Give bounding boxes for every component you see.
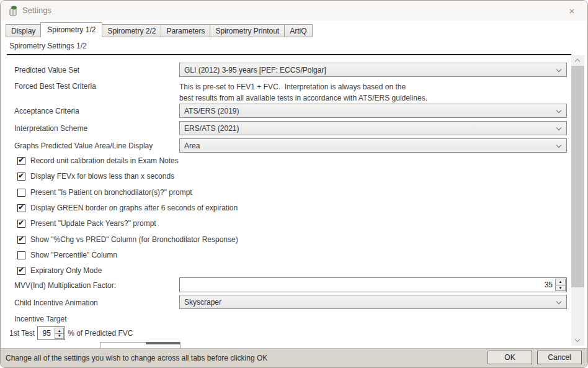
- child-incentive-select[interactable]: Skyscraper: [179, 295, 567, 309]
- checkbox-label: Present "Is Patient on bronchodilator(s)…: [30, 188, 192, 197]
- tab-artiq[interactable]: ArtiQ: [284, 24, 312, 37]
- ok-button[interactable]: OK: [488, 351, 532, 364]
- first-test-suffix: % of Predicted FVC: [68, 329, 133, 338]
- forced-best-test-note-line1: This is pre-set to FEV1 + FVC. Interpret…: [179, 81, 406, 92]
- chevron-down-icon: [556, 125, 561, 130]
- tab-spirometry-2-2[interactable]: Spirometry 2/2: [102, 24, 161, 37]
- predicted-value-set-value: GLI (2012) 3-95 years [PEF: ECCS/Polgar]: [184, 66, 326, 74]
- tab-content-spirometry-1-2: Spirometry Settings 1/2 Predicted Value …: [1, 38, 587, 349]
- predicted-value-set-select[interactable]: GLI (2012) 3-95 years [PEF: ECCS/Polgar]: [179, 63, 567, 77]
- percentile-column-checkbox[interactable]: [17, 251, 25, 259]
- display-fevx-checkbox[interactable]: [17, 173, 25, 181]
- settings-dialog: Settings × Display Spirometry 1/2 Spirom…: [0, 0, 588, 368]
- section-title: Spirometry Settings 1/2: [9, 42, 87, 50]
- forced-best-test-label: Forced Best Test Criteria: [14, 82, 96, 91]
- spinner-buttons: ▲ ▼: [55, 328, 64, 339]
- acceptance-criteria-value: ATS/ERS (2019): [184, 107, 239, 115]
- first-test-label: 1st Test: [9, 329, 35, 338]
- chevron-down-icon: [575, 337, 580, 342]
- cancel-button[interactable]: Cancel: [537, 351, 582, 364]
- first-test-input[interactable]: [38, 327, 55, 339]
- mvv-factor-label: MVV(Ind) Multiplication Factor:: [14, 281, 116, 290]
- acceptance-criteria-select[interactable]: ATS/ERS (2019): [179, 104, 567, 118]
- spinner-down-icon[interactable]: ▼: [555, 285, 566, 292]
- close-icon[interactable]: ×: [564, 4, 580, 18]
- predicted-value-set-label: Predicted Value Set: [14, 66, 79, 74]
- checkbox-label: Expiratory Only Mode: [30, 266, 102, 275]
- chevron-down-icon: [556, 143, 561, 148]
- checkbox-label: Show "%Chg vs PRED" Column (for Bronchod…: [30, 235, 238, 244]
- graphs-display-label: Graphs Predicted Value Area/Line Display: [14, 141, 153, 150]
- tab-spirometry-printout[interactable]: Spirometry Printout: [210, 24, 285, 37]
- scrollbar-thumb[interactable]: [571, 66, 584, 287]
- checkbox-row: Display FEVx for blows less than x secon…: [17, 171, 174, 181]
- checkbox-row: Show "%Chg vs PRED" Column (for Bronchod…: [17, 235, 238, 245]
- mvv-factor-input[interactable]: [180, 278, 566, 292]
- tab-spirometry-1-2[interactable]: Spirometry 1/2: [40, 22, 102, 37]
- checkbox-label: Display FEVx for blows less than x secon…: [30, 172, 174, 181]
- chevron-down-icon: [556, 67, 561, 72]
- update-pack-years-checkbox[interactable]: [17, 220, 25, 228]
- checkbox-row: Present "Update Pack Years?" prompt: [17, 218, 156, 228]
- checkbox-row: Record unit calibration details in Exam …: [17, 156, 179, 166]
- first-test-spinbox: ▲ ▼: [37, 326, 65, 340]
- spinner-buttons: ▲ ▼: [555, 279, 566, 291]
- tab-parameters[interactable]: Parameters: [161, 24, 210, 37]
- tab-display[interactable]: Display: [6, 24, 41, 37]
- record-calibration-checkbox[interactable]: [17, 157, 25, 165]
- interpretation-scheme-value: ERS/ATS (2021): [184, 124, 239, 133]
- vertical-scrollbar[interactable]: [571, 55, 584, 346]
- checkbox-label: Present "Update Pack Years?" prompt: [30, 219, 156, 228]
- footer-bar: Change all of the settings you wish to c…: [1, 348, 587, 367]
- app-icon: [9, 6, 18, 16]
- checkbox-label: Show "Percentile" Column: [30, 251, 117, 259]
- scroll-down-button[interactable]: [571, 335, 584, 346]
- first-test-row: 1st Test ▲ ▼ % of Predicted FVC: [9, 326, 133, 341]
- scroll-up-button[interactable]: [571, 55, 584, 66]
- spinner-down-icon[interactable]: ▼: [55, 333, 64, 339]
- checkbox-row: Present "Is Patient on bronchodilator(s)…: [17, 187, 192, 197]
- chevron-down-icon: [556, 299, 561, 304]
- tab-strip: Display Spirometry 1/2 Spirometry 2/2 Pa…: [6, 22, 582, 37]
- footer-message: Change all of the settings you wish to c…: [6, 349, 267, 367]
- checkbox-row: Expiratory Only Mode: [17, 266, 102, 276]
- graphs-display-select[interactable]: Area: [179, 138, 567, 153]
- interpretation-scheme-label: Interpretation Scheme: [14, 124, 87, 133]
- chevron-up-icon: [575, 59, 580, 64]
- bronchodilator-prompt-checkbox[interactable]: [17, 189, 25, 197]
- section-divider: [7, 54, 571, 55]
- checkbox-row: Show "Percentile" Column: [17, 250, 117, 260]
- chevron-down-icon: [556, 108, 561, 113]
- title-bar: Settings ×: [1, 1, 587, 20]
- clipped-spinner-edge: [146, 342, 180, 344]
- chg-vs-pred-checkbox[interactable]: [17, 236, 25, 244]
- checkbox-label: Record unit calibration details in Exam …: [30, 156, 179, 165]
- graphs-display-value: Area: [184, 141, 200, 150]
- checkbox-row: Display GREEN border on graphs after 6 s…: [17, 203, 238, 213]
- window-title: Settings: [22, 1, 51, 20]
- interpretation-scheme-select[interactable]: ERS/ATS (2021): [179, 121, 567, 135]
- forced-best-test-note-line2: best results from all available tests in…: [179, 92, 427, 104]
- green-border-checkbox[interactable]: [17, 204, 25, 212]
- mvv-factor-spinbox: ▲ ▼: [179, 277, 567, 292]
- incentive-target-label: Incentive Target: [14, 315, 67, 323]
- child-incentive-label: Child Incentive Animation: [14, 298, 98, 307]
- expiratory-only-checkbox[interactable]: [17, 267, 25, 275]
- child-incentive-value: Skyscraper: [184, 298, 221, 307]
- acceptance-criteria-label: Acceptance Criteria: [14, 107, 79, 115]
- checkbox-label: Display GREEN border on graphs after 6 s…: [30, 204, 238, 212]
